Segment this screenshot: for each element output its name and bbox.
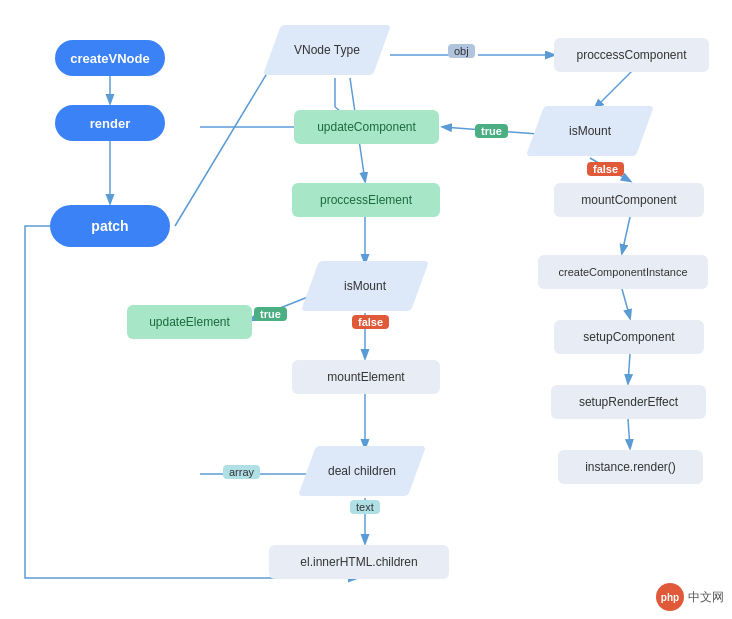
setupComponent-node: setupComponent [554, 320, 704, 354]
render-node: render [55, 105, 165, 141]
patch-node: patch [50, 205, 170, 247]
svg-line-19 [622, 289, 630, 318]
create-vnode-node: createVNode [55, 40, 165, 76]
vnode-type-diamond: VNode Type [267, 22, 387, 77]
createComponentInstance-node: createComponentInstance [538, 255, 708, 289]
obj-badge: obj [448, 44, 475, 58]
instanceRender-node: instance.render() [558, 450, 703, 484]
diagram: createVNode render patch VNode Type obj … [0, 0, 732, 619]
el-innerHTML-children-node: el.innerHTML.children [269, 545, 449, 579]
updateElement-node: updateElement [127, 305, 252, 339]
svg-line-21 [628, 419, 630, 448]
array-badge: array [223, 465, 260, 479]
deal-children-diamond: deal children [302, 443, 422, 498]
php-text: 中文网 [688, 589, 724, 606]
isMount-diamond-2: isMount [530, 103, 650, 158]
false-badge-2: false [352, 315, 389, 329]
true-badge-2: true [254, 307, 287, 321]
mountElement-node: mountElement [292, 360, 440, 394]
isMount-diamond-1: isMount [310, 258, 420, 313]
text-badge: text [350, 500, 380, 514]
proccessComponent-node: proccessComponent [554, 38, 709, 72]
updateComponent-node: updateComponent [294, 110, 439, 144]
false-badge-1: false [587, 162, 624, 176]
proccessElement-node: proccessElement [292, 183, 440, 217]
svg-line-18 [622, 217, 630, 253]
true-badge-1: true [475, 124, 508, 138]
setupRenderEffect-node: setupRenderEffect [551, 385, 706, 419]
mountComponent-node: mountComponent [554, 183, 704, 217]
svg-line-20 [628, 354, 630, 383]
svg-line-2 [175, 55, 278, 226]
php-badge: php 中文网 [656, 583, 724, 611]
php-logo: php [656, 583, 684, 611]
